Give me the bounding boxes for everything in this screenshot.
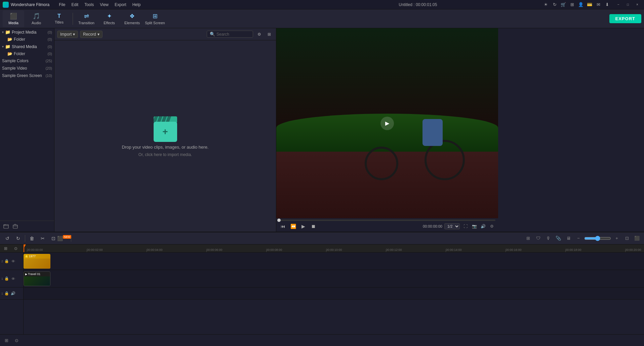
audio-lock[interactable]: 🔒 — [4, 291, 9, 296]
stop-button[interactable]: ⏹ — [309, 222, 317, 230]
clip-1977[interactable]: ⭐ 1977 — [24, 254, 50, 269]
delete-button[interactable]: 🗑 — [27, 234, 37, 243]
play-overlay-button[interactable]: ▶ — [380, 117, 394, 130]
redo-button[interactable]: ↻ — [13, 234, 23, 243]
person-icon[interactable]: 👤 — [577, 1, 584, 8]
menu-file[interactable]: File — [56, 2, 68, 8]
toolbar-media[interactable]: ⬛ Media — [3, 10, 24, 27]
track-1-eye[interactable]: 👁 — [10, 276, 16, 281]
shared-media-folder-icon: 📁 — [5, 44, 10, 49]
shared-media-folder[interactable]: 📂 Folder (0) — [0, 50, 54, 57]
sample-video-item[interactable]: Sample Video (20) — [0, 65, 54, 72]
record-dropdown[interactable]: Record ▾ — [80, 31, 103, 38]
screenshot-button[interactable]: 📷 — [471, 223, 478, 230]
ruler-tick-7 — [446, 249, 446, 252]
close-button[interactable]: × — [633, 2, 641, 7]
settings-pb-button[interactable]: ⚙ — [488, 223, 495, 230]
audio-icon: 🎵 — [33, 12, 40, 20]
prev-frame-button[interactable]: ⏪ — [289, 222, 297, 230]
mail-icon[interactable]: ✉ — [595, 1, 602, 8]
menu-bar: File Edit Tools View Export Help — [56, 2, 297, 8]
toolbar-split-screen[interactable]: ⊞ Split Screen — [144, 10, 166, 27]
ruler-tick-2 — [147, 249, 147, 252]
download-icon[interactable]: ⬇ — [604, 1, 610, 8]
track-magnet-button[interactable]: ⊙ — [11, 244, 20, 253]
filter-button[interactable]: ⚙ — [255, 30, 263, 38]
open-folder-button[interactable] — [11, 222, 19, 230]
play-button[interactable]: ▶ — [299, 222, 307, 230]
zoom-range[interactable] — [584, 236, 611, 241]
import-dropdown[interactable]: Import ▾ — [57, 31, 78, 38]
volume-button[interactable]: 🔊 — [479, 223, 487, 230]
track-2-lock[interactable]: 🔒 — [4, 259, 9, 264]
toolbar-titles[interactable]: T Titles — [48, 10, 70, 27]
new-folder-button[interactable] — [2, 222, 10, 230]
export-button[interactable]: EXPORT — [609, 14, 641, 23]
maximize-button[interactable]: □ — [624, 2, 632, 7]
view-toggle-button[interactable]: ⊞ — [265, 30, 273, 38]
tl-grid-button[interactable]: ⊞ — [524, 234, 532, 243]
project-media-count: (0) — [48, 30, 52, 34]
cart-icon[interactable]: 🛒 — [560, 1, 567, 8]
page-select[interactable]: 1/2 2/2 — [444, 223, 460, 229]
progress-thumb[interactable] — [277, 219, 281, 222]
timeline-right-tools: ⊞ 🛡 🎙 📎 🖥 − + ⊡ ⬛ — [524, 234, 641, 243]
bottom-grid-icon[interactable]: ⊞ — [2, 336, 11, 345]
project-folder-label: Folder — [14, 37, 25, 42]
audio-mute[interactable]: 🔊 — [10, 291, 16, 296]
tl-mic-button[interactable]: 🎙 — [544, 234, 553, 243]
skip-back-button[interactable]: ⏮ — [279, 222, 287, 230]
shared-media-header[interactable]: ▾ 📁 Shared Media (0) — [0, 43, 54, 50]
bottom-target-icon[interactable]: ⊙ — [12, 336, 21, 345]
track-2-eye[interactable]: 👁 — [10, 259, 16, 264]
toolbar-effects[interactable]: ✦ Effects — [98, 10, 120, 27]
timeline-tracks: ⊞ ⊙ 2 🔒 👁 1 🔒 👁 1 🔒 🔊 — [0, 244, 644, 334]
menu-tools[interactable]: Tools — [82, 2, 96, 8]
crop-button[interactable]: ⊡ — [49, 234, 58, 243]
sample-colors-item[interactable]: Sample Colors (25) — [0, 57, 54, 65]
track-num-2: 2 — [1, 260, 3, 263]
refresh-icon[interactable]: ↻ — [551, 1, 558, 8]
tl-shield-button[interactable]: 🛡 — [534, 234, 542, 243]
clip-1977-label: ⭐ 1977 — [24, 254, 50, 259]
clip-travel[interactable]: ▶ Travel 01 — [24, 271, 50, 286]
minimize-button[interactable]: − — [614, 2, 622, 7]
tl-clip-button[interactable]: 📎 — [554, 234, 563, 243]
progress-bar[interactable] — [279, 220, 495, 221]
track-add-button[interactable]: ⊞ — [1, 244, 10, 253]
sample-video-label: Sample Video — [2, 66, 27, 71]
tl-minus-button[interactable]: − — [574, 234, 583, 243]
ruler-mark-8: 00:00:16:00 — [506, 248, 522, 252]
cut-button[interactable]: ✂ — [38, 234, 47, 243]
ai-button[interactable]: ⬛ NEW — [59, 234, 69, 243]
toolbar-elements[interactable]: ❖ Elements — [121, 10, 143, 27]
toolbar-audio[interactable]: 🎵 Audio — [26, 10, 47, 27]
ruler-mark-4: 00:00:08:00 — [266, 248, 282, 252]
tl-screen-button[interactable]: 🖥 — [564, 234, 573, 243]
undo-button[interactable]: ↺ — [3, 234, 12, 243]
tl-fit-button[interactable]: ⊡ — [622, 234, 631, 243]
grid-icon[interactable]: ⊞ — [569, 1, 575, 8]
page-indicator: 1/2 2/2 — [444, 223, 460, 229]
menu-edit[interactable]: Edit — [69, 2, 81, 8]
media-area: Import ▾ Record ▾ 🔍 ⚙ ⊞ — [54, 28, 276, 232]
search-input[interactable] — [216, 32, 250, 37]
menu-help[interactable]: Help — [130, 2, 144, 8]
track-content: 00:00:00:0000:00:02:0000:00:04:0000:00:0… — [24, 244, 644, 334]
fullscreen-button[interactable]: ⛶ — [462, 223, 469, 230]
track-1-lock[interactable]: 🔒 — [4, 276, 9, 281]
tl-plus-button[interactable]: + — [612, 234, 621, 243]
menu-export[interactable]: Export — [112, 2, 129, 8]
media-drop-zone[interactable]: + Drop your video clips, images, or audi… — [54, 40, 276, 232]
project-media-folder[interactable]: 📂 Folder (0) — [0, 36, 54, 43]
project-media-header[interactable]: ▾ 📁 Project Media (0) — [0, 28, 54, 36]
video-track-2: ⭐ 1977 — [24, 253, 644, 270]
sun-icon[interactable]: ☀ — [542, 1, 549, 8]
tl-expand-button[interactable]: ⬛ — [633, 234, 641, 243]
toolbar-transition[interactable]: ⇌ Transition — [76, 10, 97, 27]
card-icon[interactable]: 💳 — [586, 1, 593, 8]
toolbar-effects-label: Effects — [104, 21, 115, 25]
sample-green-screen-item[interactable]: Sample Green Screen (10) — [0, 72, 54, 79]
menu-view[interactable]: View — [97, 2, 111, 8]
ruler-mark-9: 00:00:18:00 — [565, 248, 581, 252]
